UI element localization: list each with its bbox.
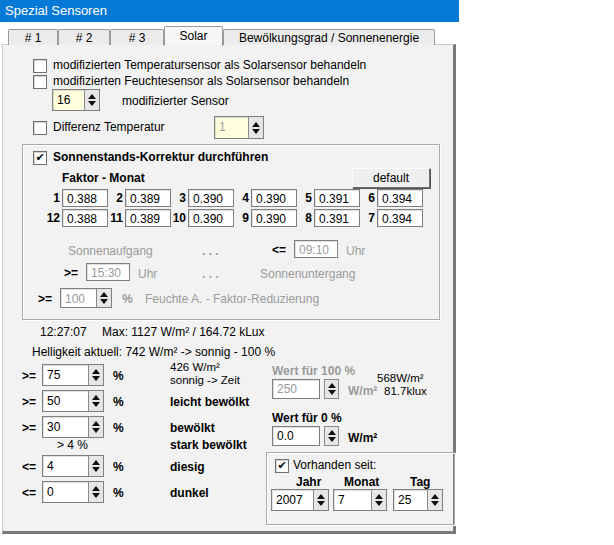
spinner-up-down-icon[interactable]: [324, 426, 339, 446]
sunset-time-field: 15:30: [86, 263, 130, 281]
modifizierter-sensor-label: modifizierter Sensor: [122, 94, 229, 108]
checkbox-differenz-temperatur[interactable]: [33, 121, 47, 135]
default-button[interactable]: default: [352, 168, 430, 188]
spinner-up-down-icon[interactable]: [313, 490, 328, 510]
month-label: 3: [168, 191, 186, 205]
month-label: 12: [42, 211, 60, 225]
jahr-value[interactable]: 2007: [272, 490, 313, 510]
wert-100-info1: 568W/m²: [377, 372, 424, 385]
factor-field[interactable]: 0.389: [125, 209, 171, 227]
factor-field[interactable]: 0.391: [314, 209, 360, 227]
tab-bewoelkungsgrad[interactable]: Bewölkungsgrad / Sonnenenergie: [223, 29, 435, 45]
month-label: 1: [42, 191, 60, 205]
spinner-up-down-icon[interactable]: [88, 482, 103, 502]
spinner-up-down-icon[interactable]: [371, 490, 386, 510]
stark-bewoelkt-label: stark bewölkt: [170, 438, 247, 452]
month-label: 4: [231, 191, 249, 205]
spinner-up-down-icon[interactable]: [84, 90, 99, 110]
monat-spinner[interactable]: 7: [333, 489, 387, 511]
spinner-up-down-icon[interactable]: [88, 391, 103, 411]
ge-operator: >=: [38, 292, 52, 306]
leicht-bewoelkt-spinner[interactable]: 50: [42, 390, 104, 412]
checkbox-feuchtesensor[interactable]: [33, 75, 47, 89]
stark-bewoelkt-threshold: > 4 %: [57, 438, 88, 452]
factor-field[interactable]: 0.388: [62, 189, 108, 207]
factor-field[interactable]: 0.394: [377, 209, 423, 227]
bewoelkt-spinner[interactable]: 30: [42, 416, 104, 438]
spinner-up-down-icon[interactable]: [427, 490, 442, 510]
percent-label: %: [113, 421, 124, 435]
modifizierter-sensor-value[interactable]: 16: [53, 90, 84, 110]
checkbox-differenz-temperatur-label: Differenz Temperatur: [53, 120, 165, 134]
diesig-spinner[interactable]: 4: [42, 455, 104, 477]
checkbox-temperatursensor[interactable]: [33, 59, 47, 73]
sonnig-threshold-value[interactable]: 75: [43, 365, 88, 385]
month-label: 5: [294, 191, 312, 205]
max-value-text: Max: 1127 W/m² / 164.72 kLux: [102, 325, 265, 339]
le-operator: <=: [272, 243, 286, 257]
checkbox-sonnenstands-korrektur[interactable]: [33, 151, 47, 165]
wert-100-title: Wert für 100 %: [272, 364, 355, 378]
dots-separator: . . .: [202, 244, 219, 258]
spinner-up-down-icon[interactable]: [248, 117, 263, 138]
sonnig-threshold-spinner[interactable]: 75: [42, 364, 104, 386]
sonnig-info-line2: sonnig -> Zeit: [170, 374, 240, 387]
tab-1[interactable]: # 1: [8, 29, 58, 45]
sonnig-info-line1: 426 W/m²: [170, 361, 240, 374]
checkbox-temperatursensor-label: modifizierten Temperatursensor als Solar…: [53, 58, 366, 72]
wert-0-field[interactable]: 0.0: [272, 426, 320, 446]
title-bar: Spezial Sensoren: [0, 0, 459, 22]
monat-value[interactable]: 7: [334, 490, 371, 510]
uhr-label: Uhr: [346, 244, 365, 258]
dunkel-value[interactable]: 0: [43, 482, 88, 502]
checkbox-vorhanden-seit[interactable]: [275, 459, 289, 473]
factor-field[interactable]: 0.390: [251, 189, 297, 207]
month-label: 8: [294, 211, 312, 225]
percent-label: %: [122, 292, 133, 306]
spezial-sensoren-window: Spezial Sensoren # 1 # 2 # 3 Solar Bewöl…: [0, 0, 459, 538]
spinner-up-down-icon[interactable]: [324, 379, 339, 399]
tag-label: Tag: [410, 475, 430, 489]
diesig-label: diesig: [170, 460, 205, 474]
tab-solar[interactable]: Solar: [164, 26, 223, 46]
jahr-spinner[interactable]: 2007: [271, 489, 329, 511]
ge-operator: >=: [64, 266, 78, 280]
diesig-value[interactable]: 4: [43, 456, 88, 476]
dunkel-label: dunkel: [170, 486, 209, 500]
percent-label: %: [113, 486, 124, 500]
checkbox-vorhanden-seit-label: Vorhanden seit:: [293, 458, 376, 472]
tag-value[interactable]: 25: [394, 490, 427, 510]
month-label: 10: [168, 211, 186, 225]
month-label: 2: [105, 191, 123, 205]
jahr-label: Jahr: [296, 475, 321, 489]
spinner-up-down-icon[interactable]: [88, 417, 103, 437]
tab-2[interactable]: # 2: [58, 29, 110, 45]
window-title: Spezial Sensoren: [5, 3, 107, 18]
factor-field[interactable]: 0.391: [314, 189, 360, 207]
tag-spinner[interactable]: 25: [393, 489, 443, 511]
faktor-monat-title: Faktor - Monat: [62, 171, 145, 185]
modifizierter-sensor-spinner[interactable]: 16: [52, 89, 100, 111]
ge-operator: >=: [22, 395, 36, 409]
sunrise-time-field: 09:10: [294, 240, 338, 258]
dunkel-spinner[interactable]: 0: [42, 481, 104, 503]
month-label: 6: [357, 191, 375, 205]
factor-field[interactable]: 0.390: [251, 209, 297, 227]
factor-field[interactable]: 0.390: [188, 209, 234, 227]
month-label: 7: [357, 211, 375, 225]
tab-3[interactable]: # 3: [110, 29, 164, 45]
spinner-up-down-icon[interactable]: [88, 456, 103, 476]
factor-field[interactable]: 0.388: [62, 209, 108, 227]
tab-strip: # 1 # 2 # 3 Solar Bewölkungsgrad / Sonne…: [8, 27, 435, 45]
leicht-bewoelkt-value[interactable]: 50: [43, 391, 88, 411]
factor-field[interactable]: 0.389: [125, 189, 171, 207]
spinner-up-down-icon[interactable]: [96, 289, 111, 307]
spinner-up-down-icon[interactable]: [88, 365, 103, 385]
percent-label: %: [113, 395, 124, 409]
factor-field[interactable]: 0.390: [188, 189, 234, 207]
factor-field[interactable]: 0.394: [377, 189, 423, 207]
wert-0-unit: W/m²: [348, 431, 377, 445]
bewoelkt-value[interactable]: 30: [43, 417, 88, 437]
month-label: 11: [105, 211, 123, 225]
bewoelkt-label: bewölkt: [170, 421, 215, 435]
